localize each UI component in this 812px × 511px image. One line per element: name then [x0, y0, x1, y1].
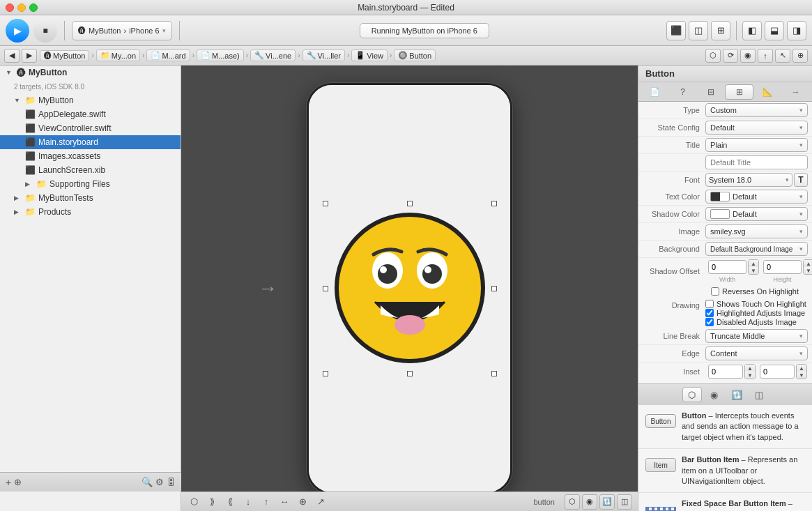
- sidebar-item-viewcontroller[interactable]: ⬛ ViewController.swift: [0, 121, 181, 135]
- canvas-inspect-btn[interactable]: ⬡: [565, 494, 580, 510]
- tab-identity-inspector[interactable]: ⊟: [697, 84, 724, 100]
- stepper-up-1[interactable]: ▲: [749, 260, 758, 267]
- sidebar-item-appdelegate[interactable]: ⬛ AppDelegate.swift: [0, 107, 181, 121]
- add-file-icon[interactable]: +: [6, 477, 11, 488]
- scheme-selector[interactable]: 🅐 MyButton › iPhone 6 ▾: [72, 21, 172, 40]
- sidebar-item-mybutton-root[interactable]: ▼ 🅐 MyButton: [0, 66, 181, 79]
- stepper-down-2[interactable]: ▼: [804, 267, 812, 274]
- stepper-up-2[interactable]: ▲: [804, 260, 812, 267]
- close-button[interactable]: [6, 3, 14, 12]
- tab-icon-1[interactable]: ⬡: [682, 387, 702, 402]
- font-dropdown[interactable]: System 18.0 ▾: [705, 173, 792, 187]
- tab-connections-inspector[interactable]: →: [782, 84, 809, 100]
- nav-history-btn[interactable]: ⟳: [723, 49, 738, 63]
- shows-touch-checkbox[interactable]: [705, 300, 714, 308]
- breadcrumb-vi-ller[interactable]: 🔧 Vi...ller: [302, 49, 345, 61]
- canvas-zoom-btn[interactable]: 🔃: [599, 494, 615, 510]
- shadow-offset-height-label: Height: [763, 276, 802, 283]
- canvas-bottom-btn-8[interactable]: ↗: [314, 495, 328, 509]
- navigator-toggle[interactable]: ⬛: [666, 21, 686, 40]
- jump-bar-toggle[interactable]: ◫: [689, 21, 708, 40]
- nav-jump-btn[interactable]: ⊕: [792, 49, 808, 63]
- title-dropdown[interactable]: Plain ▾: [705, 138, 808, 152]
- tab-icon-2[interactable]: ◉: [705, 387, 724, 402]
- inset-stepper-down-2[interactable]: ▼: [797, 372, 806, 379]
- tab-attributes-inspector active[interactable]: ⊞: [725, 84, 753, 100]
- type-dropdown[interactable]: Custom ▾: [705, 103, 808, 117]
- highlighted-adjusts-checkbox[interactable]: [705, 309, 714, 317]
- smiley-button[interactable]: [333, 211, 487, 366]
- tab-quick-help[interactable]: ?: [669, 84, 696, 100]
- tab-size-inspector[interactable]: 📐: [754, 84, 781, 100]
- canvas-area[interactable]: → 🟡 🟠 🟥 🔋: [181, 66, 638, 511]
- canvas-bottom-btn-1[interactable]: ⬡: [187, 495, 201, 509]
- shadow-offset-height-input[interactable]: [763, 260, 802, 274]
- inset-width-input[interactable]: [708, 365, 743, 379]
- nav-bookmark-btn[interactable]: ◉: [740, 49, 756, 63]
- breadcrumb-vi-ene[interactable]: 🔧 Vi...ene: [250, 49, 296, 61]
- nav-action-btn[interactable]: ⬡: [705, 49, 721, 63]
- stop-button[interactable]: ■: [33, 19, 57, 43]
- sidebar-bottom-icon-5[interactable]: 🎛: [167, 477, 176, 487]
- breadcrumb-mybutton[interactable]: 🅐 MyButton: [40, 50, 89, 61]
- inset-stepper-up-2[interactable]: ▲: [797, 365, 806, 372]
- font-T-button[interactable]: T: [794, 173, 808, 187]
- canvas-fit-btn[interactable]: ◫: [617, 494, 632, 510]
- edge-dropdown[interactable]: Content ▾: [705, 346, 808, 360]
- nav-prev-button[interactable]: ◀: [4, 49, 20, 63]
- assistant-toggle[interactable]: ⊞: [711, 21, 730, 40]
- tab-file-inspector[interactable]: 📄: [641, 84, 668, 100]
- sidebar-item-mainstoryboard[interactable]: ⬛ Main.storyboard: [0, 135, 181, 149]
- hide-debug[interactable]: ⬓: [765, 21, 784, 40]
- drawing-label: Drawing: [643, 300, 705, 310]
- text-color-dropdown[interactable]: Default ▾: [705, 190, 808, 204]
- canvas-bottom-btn-2[interactable]: ⟫: [205, 495, 219, 509]
- inset-height-input[interactable]: [760, 365, 795, 379]
- fixed-preview: [645, 507, 676, 511]
- line-break-dropdown[interactable]: Truncate Middle ▾: [705, 329, 808, 343]
- sidebar-bottom-icon-4[interactable]: ⚙: [155, 477, 164, 487]
- storyboard-icon: ⬛: [25, 137, 36, 147]
- sidebar-item-supporting[interactable]: ▶ 📁 Supporting Files: [0, 177, 181, 191]
- breadcrumb-my-on[interactable]: 📁 My...on: [96, 49, 140, 61]
- hide-inspector[interactable]: ◨: [787, 21, 806, 40]
- canvas-help-btn[interactable]: ◉: [582, 494, 597, 510]
- hide-navigator[interactable]: ◧: [742, 21, 762, 40]
- image-dropdown[interactable]: smiley.svg ▾: [705, 224, 808, 238]
- state-config-dropdown[interactable]: Default ▾: [705, 121, 808, 135]
- reverses-highlight-checkbox[interactable]: [711, 287, 719, 296]
- inset-stepper-up-1[interactable]: ▲: [745, 365, 755, 372]
- canvas-bottom-btn-3[interactable]: ⟪: [223, 495, 237, 509]
- canvas-bottom-btn-6[interactable]: ↔: [277, 495, 291, 509]
- sidebar-item-images[interactable]: ⬛ Images.xcassets: [0, 149, 181, 163]
- breadcrumb-m-ase[interactable]: 📄 M...ase): [197, 49, 244, 61]
- nav-cursor-btn[interactable]: ↖: [775, 49, 790, 63]
- inset-stepper-down-1[interactable]: ▼: [745, 372, 755, 379]
- shadow-offset-width-input[interactable]: [708, 260, 746, 274]
- breadcrumb-view[interactable]: 📱 View: [351, 49, 388, 61]
- state-config-value: Default ▾: [705, 121, 808, 135]
- default-title-input[interactable]: [705, 155, 808, 169]
- tab-icon-4[interactable]: ◫: [749, 387, 769, 402]
- stepper-down-1[interactable]: ▼: [749, 267, 758, 274]
- nav-next-button[interactable]: ▶: [22, 49, 37, 63]
- breadcrumb-button[interactable]: 🔘 Button: [394, 49, 436, 61]
- canvas-bottom-btn-4[interactable]: ↓: [241, 495, 255, 509]
- canvas-bottom-btn-7[interactable]: ⊕: [296, 495, 309, 509]
- sidebar-item-products[interactable]: ▶ 📁 Products: [0, 205, 181, 219]
- disabled-adjusts-checkbox[interactable]: [705, 318, 714, 326]
- sidebar-item-launchscreen[interactable]: ⬛ LaunchScreen.xib: [0, 163, 181, 177]
- sidebar-bottom-icon-2[interactable]: ⊕: [14, 477, 22, 487]
- sidebar-item-mybutton-group[interactable]: ▼ 📁 MyButton: [0, 93, 181, 107]
- shadow-color-dropdown[interactable]: Default ▾: [705, 207, 808, 221]
- breadcrumb-m-ard[interactable]: 📄 M...ard: [146, 49, 190, 61]
- sidebar-bottom-icon-3[interactable]: 🔍: [141, 477, 153, 487]
- sidebar-item-mybuttontests[interactable]: ▶ 📁 MyButtonTests: [0, 191, 181, 205]
- run-button[interactable]: ▶: [6, 19, 29, 43]
- tab-icon-3[interactable]: 🔃: [727, 387, 746, 402]
- nav-share-btn[interactable]: ↑: [758, 49, 773, 63]
- background-dropdown[interactable]: Default Background Image ▾: [705, 242, 808, 256]
- minimize-button[interactable]: [17, 3, 26, 12]
- maximize-button[interactable]: [29, 3, 38, 12]
- canvas-bottom-btn-5[interactable]: ↑: [259, 495, 273, 509]
